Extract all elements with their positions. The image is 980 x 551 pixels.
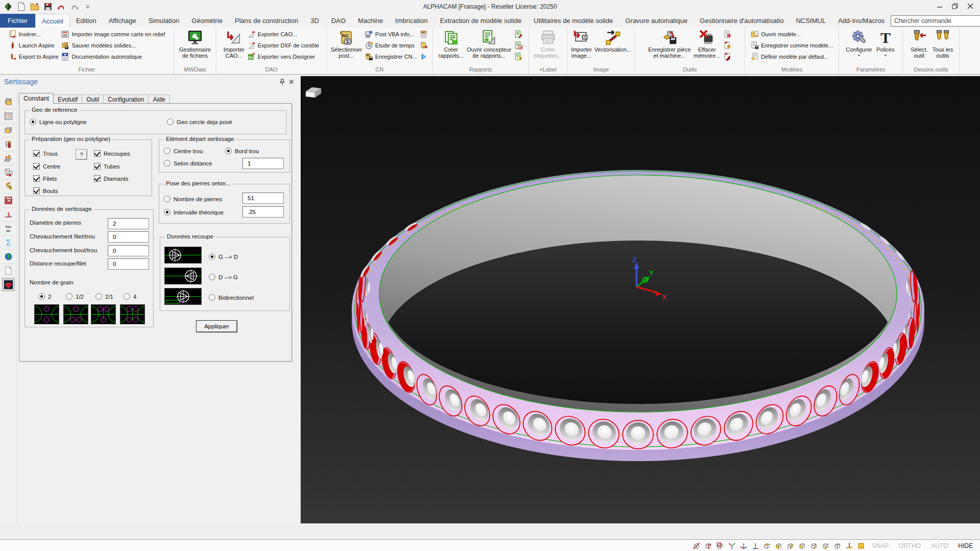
checkbox-diamants[interactable]: Diamants (94, 175, 129, 182)
ribbon-button-documentation-automatique[interactable]: WDocumentation automatique (60, 51, 166, 62)
help-question-button[interactable]: ? (76, 149, 87, 160)
statusbar-axes-xyz-icon[interactable] (727, 541, 737, 550)
ribbon-button-polices[interactable]: TPolices▾ (874, 29, 897, 57)
menu-tab-add-ins-macros[interactable]: Add-Ins/Macros (832, 14, 891, 28)
input-intervalle-theorique[interactable]: .25 (242, 206, 284, 218)
menu-tab-utilitaires-de-mod-le-solide[interactable]: Utilitaires de modèle solide (528, 14, 619, 28)
toolbar-layers-icon[interactable] (2, 95, 15, 108)
toolbar-maze-icon[interactable] (2, 194, 15, 207)
menu-tab-plans-de-construction[interactable]: Plans de construction (229, 14, 304, 28)
ribbon-button-etude-de-temps[interactable]: Etude de temps (363, 40, 419, 51)
radio-g-d[interactable]: G --> D (209, 253, 238, 260)
menu-tab-gestionnaire-d-automatisatio[interactable]: Gestionnaire d'automatisatio (694, 14, 790, 28)
radio-bidirectionnel[interactable]: Bidirectionnel (209, 294, 254, 301)
checkbox-recoupes[interactable]: Recoupes (94, 150, 130, 157)
statusbar-cube-top-icon[interactable] (762, 541, 772, 550)
menu-tab-simulation[interactable]: Simulation (142, 14, 186, 28)
ribbon-button-exporter-cao[interactable]: Exporter CAO... (246, 29, 321, 40)
ribbon-button-pdf-edit[interactable] (722, 51, 733, 62)
menu-tab-3d[interactable]: 3D (304, 14, 325, 28)
statusbar-cube-front-icon[interactable] (774, 541, 783, 550)
toolbar-box3d-icon[interactable] (2, 124, 15, 136)
minimize-button[interactable] (932, 0, 947, 12)
ribbon-button-enregistrer-comme-mod-le[interactable]: Enregistrer comme modèle... (749, 40, 835, 51)
statusbar-cube-iso-icon[interactable] (832, 541, 842, 550)
checkbox-centre[interactable]: Centre (33, 163, 61, 170)
ribbon-button-report-check[interactable] (513, 40, 524, 51)
menu-tab-extraction-de-mod-le-solide[interactable]: Extraction de modèle solide (434, 14, 528, 28)
input-chevauchement-filet[interactable]: 0 (108, 231, 149, 243)
panel-tab-evolutif[interactable]: Evolutif (53, 94, 82, 104)
statusbar-axes-up-icon[interactable] (739, 541, 748, 550)
toolbar-clamp-icon[interactable] (2, 180, 15, 193)
ribbon-button-launch-aspire[interactable]: Launch Aspire (7, 40, 60, 51)
ribbon-button-importer-image[interactable]: Importerimage... (570, 29, 593, 59)
checkbox-bouts[interactable]: Bouts (33, 187, 58, 194)
ribbon-button-tous-les-outils[interactable]: Tous lesoutils (931, 29, 954, 59)
statusbar-view-cube-frame-icon[interactable] (715, 541, 725, 550)
toolbar-tree-icon[interactable] (2, 138, 15, 151)
toolbar-page-transfer-icon[interactable] (2, 166, 15, 179)
menu-tab-g-om-trie[interactable]: Géométrie (185, 14, 229, 28)
statusbar-view-cube-axis-icon[interactable] (703, 541, 713, 550)
ribbon-button-ins-rer[interactable]: Insérer... (7, 29, 60, 40)
pin-icon[interactable] (279, 79, 286, 86)
ribbon-button-sauver-mod-les-solides[interactable]: Sauver modèles solides... (60, 40, 166, 51)
ribbon-button-export-to-aspire[interactable]: Export to Aspire (7, 51, 60, 62)
ribbon-button-s-lectionner-post[interactable]: NC1Sélectionnerpost... (329, 29, 363, 59)
statusbar-axes-turn-icon[interactable] (750, 541, 760, 550)
panel-tab-outil[interactable]: Outil (82, 94, 104, 104)
menu-tab-fichier[interactable]: Fichier (0, 14, 35, 28)
ribbon-button-s-lect-outil[interactable]: Sélect.outil (908, 29, 931, 59)
checkbox-tubes[interactable]: Tubes (94, 163, 120, 170)
statusbar-cube-back-icon[interactable] (786, 541, 795, 550)
menu-tab-machine[interactable]: Machine (352, 14, 389, 28)
toolbar-edu-nc-icon[interactable]: EduNC (2, 222, 15, 235)
panel-tab-configuration[interactable]: Configuration (103, 94, 149, 104)
radio-centre-trou[interactable]: Centre trou (164, 148, 203, 154)
radio-nombre-de-pierres[interactable]: Nombre de pierres (164, 196, 222, 202)
statusbar-toggle-auto[interactable]: AUTO (927, 542, 952, 549)
panel-close-icon[interactable]: ✕ (288, 79, 295, 86)
input-chevauchement-bout[interactable]: 0 (108, 245, 149, 256)
radio-bord-trou[interactable]: Bord trou (225, 148, 259, 154)
toolbar-report-list-icon[interactable] (2, 110, 15, 123)
toolbar-ruby-icon[interactable] (2, 278, 15, 291)
input-selon-distance[interactable]: 1 (242, 158, 284, 169)
radio-grain-2-1[interactable]: 2/1 (95, 293, 113, 300)
ribbon-button-exporter-dxf-de-cont-le[interactable]: Exporter DXF de contôle (246, 40, 321, 51)
toolbar-globe-icon[interactable] (2, 250, 15, 263)
menu-tab-affichage[interactable]: Affichage (103, 14, 142, 28)
radio-grain-4[interactable]: 4 (124, 293, 136, 300)
ribbon-button-configurer[interactable]: Configurer▾ (844, 29, 873, 57)
input-diametre-pierres[interactable]: 2 (108, 218, 149, 229)
input-distance-recoupe[interactable]: 0 (108, 258, 149, 270)
panel-tab-constant[interactable]: Constant (19, 93, 54, 104)
ribbon-button-gestionnaire-de-fichiers[interactable]: Gestionnairede fichiers (178, 29, 212, 59)
toolbar-milling-icon[interactable] (2, 152, 15, 164)
apply-button[interactable]: Appliquer (196, 320, 237, 332)
radio-intervalle-theorique[interactable]: Intervalle théorique (164, 209, 224, 215)
toolbar-sigma-icon[interactable]: Σ (2, 236, 15, 249)
ribbon-button-ouvrir-concepteur-de-rapports[interactable]: Ouvrir concepteurde rapports... (465, 29, 513, 59)
ribbon-button-report-help[interactable]: ? (513, 51, 524, 62)
toolbar-blank-page-icon[interactable] (2, 264, 15, 277)
ribbon-button-enregistrer-pi-ce-et-machine[interactable]: Enregistrer pièceet machine... (647, 29, 692, 59)
menu-tab-imbrication[interactable]: Imbrication (389, 14, 434, 28)
ribbon-button-pdf-help[interactable]: ? (722, 40, 733, 51)
statusbar-toggle-snap[interactable]: SNAP (868, 542, 893, 549)
ribbon-button-d-finir-mod-le-par-d-faut[interactable]: Définir modèle par défaut... (749, 51, 835, 62)
menu-tab-edition[interactable]: Edition (70, 14, 103, 28)
menu-tab-dao[interactable]: DAO (325, 14, 352, 28)
ribbon-button-cr-er-tiquettes[interactable]: Créerétiquettes... (532, 29, 564, 59)
ribbon-button-nc-export[interactable] (419, 40, 430, 51)
viewport-3d[interactable]: ZYX (300, 76, 980, 523)
radio-selon-distance[interactable]: Selon distance (164, 160, 212, 166)
toolbar-perpendicular-icon[interactable] (2, 208, 15, 221)
menu-tab-gravure-automatique[interactable]: Gravure automatique (619, 14, 694, 28)
ribbon-button-cr-er-rapports[interactable]: Créerrapports... (437, 29, 465, 59)
ribbon-button-exporter-vers-designer[interactable]: DeExporter vers Designer (246, 51, 321, 62)
restore-button[interactable] (947, 0, 963, 12)
ribbon-button-report-edit[interactable] (513, 29, 524, 40)
statusbar-cube-left-icon[interactable] (797, 541, 807, 550)
